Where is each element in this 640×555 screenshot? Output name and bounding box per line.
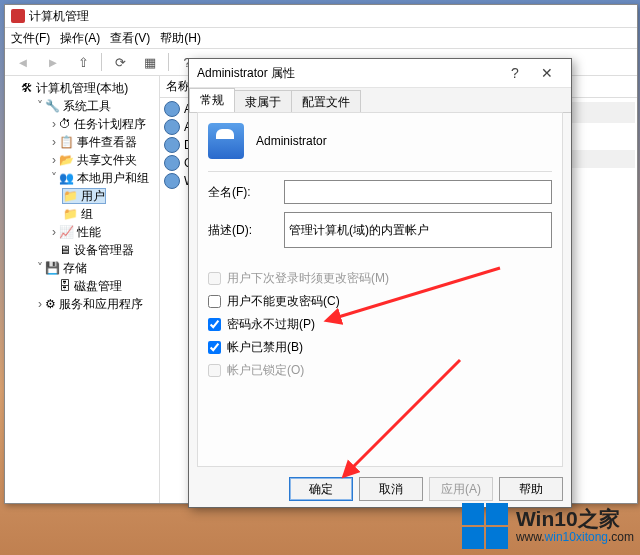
tree-device-manager[interactable]: 🖥 设备管理器 — [49, 241, 157, 259]
watermark: Win10之家 www.win10xitong.com — [462, 503, 634, 549]
help-button-dialog[interactable]: 帮助 — [499, 477, 563, 501]
dialog-title: Administrator 属性 — [197, 65, 295, 82]
checkbox-pw-never-expires[interactable]: 密码永不过期(P) — [208, 316, 552, 333]
back-button[interactable]: ◄ — [11, 51, 35, 73]
close-button[interactable]: ✕ — [531, 62, 563, 84]
toolbar-separator — [168, 53, 169, 71]
dialog-titlebar[interactable]: Administrator 属性 ? ✕ — [189, 59, 571, 88]
properties-button[interactable]: ▦ — [138, 51, 162, 73]
checkbox-account-disabled[interactable]: 帐户已禁用(B) — [208, 339, 552, 356]
description-label: 描述(D): — [208, 222, 284, 239]
tree-groups[interactable]: 📁 组 — [63, 205, 157, 223]
checkbox-change-pw-next-login: 用户下次登录时须更改密码(M) — [208, 270, 552, 287]
tree-event-viewer[interactable]: ›📋 事件查看器 — [49, 133, 157, 151]
watermark-title: Win10之家 — [516, 508, 634, 530]
cancel-button[interactable]: 取消 — [359, 477, 423, 501]
refresh-button[interactable]: ⟳ — [108, 51, 132, 73]
menu-file[interactable]: 文件(F) — [11, 30, 50, 47]
fullname-input[interactable] — [284, 180, 552, 204]
properties-dialog: Administrator 属性 ? ✕ 常规 隶属于 配置文件 Adminis… — [188, 58, 572, 508]
description-input[interactable] — [284, 212, 552, 248]
account-icon — [208, 123, 244, 159]
tree-shared-folders[interactable]: ›📂 共享文件夹 — [49, 151, 157, 169]
help-button[interactable]: ? — [499, 62, 531, 84]
apply-button[interactable]: 应用(A) — [429, 477, 493, 501]
ok-button[interactable]: 确定 — [289, 477, 353, 501]
dialog-buttons: 确定 取消 应用(A) 帮助 — [289, 477, 563, 501]
forward-button[interactable]: ► — [41, 51, 65, 73]
user-icon — [164, 137, 180, 153]
dialog-body: Administrator 全名(F): 描述(D): 用户下次登录时须更改密码… — [197, 112, 563, 467]
menubar: 文件(F) 操作(A) 查看(V) 帮助(H) — [5, 28, 637, 49]
fullname-label: 全名(F): — [208, 184, 284, 201]
tab-general[interactable]: 常规 — [189, 88, 235, 112]
menu-view[interactable]: 查看(V) — [110, 30, 150, 47]
main-title: 计算机管理 — [29, 8, 89, 25]
tab-memberof[interactable]: 隶属于 — [234, 90, 292, 112]
dialog-tabs: 常规 隶属于 配置文件 — [189, 88, 571, 113]
app-icon — [11, 9, 25, 23]
user-icon — [164, 119, 180, 135]
tree-system-tools[interactable]: ˅🔧 系统工具 ›⏱ 任务计划程序 ›📋 事件查看器 ›📂 共享文件夹 ˅👥 本… — [35, 97, 157, 259]
checkbox-account-locked: 帐户已锁定(O) — [208, 362, 552, 379]
user-icon — [164, 155, 180, 171]
tree-disk-mgmt[interactable]: 🗄 磁盘管理 — [49, 277, 157, 295]
tree-storage[interactable]: ˅💾 存储 🗄 磁盘管理 — [35, 259, 157, 295]
nav-tree[interactable]: 🛠 计算机管理(本地) ˅🔧 系统工具 ›⏱ 任务计划程序 ›📋 事件查看器 ›… — [5, 75, 160, 503]
tab-profile[interactable]: 配置文件 — [291, 90, 361, 112]
user-icon — [164, 173, 180, 189]
up-button[interactable]: ⇧ — [71, 51, 95, 73]
tree-users[interactable]: 📁 用户 — [63, 187, 157, 205]
toolbar-separator — [101, 53, 102, 71]
main-titlebar[interactable]: 计算机管理 — [5, 5, 637, 28]
account-name: Administrator — [256, 134, 327, 148]
menu-help[interactable]: 帮助(H) — [160, 30, 201, 47]
tree-local-users[interactable]: ˅👥 本地用户和组 📁 用户 📁 组 — [49, 169, 157, 223]
tree-performance[interactable]: ›📈 性能 — [49, 223, 157, 241]
windows-logo-icon — [462, 503, 508, 549]
checkbox-cannot-change-pw[interactable]: 用户不能更改密码(C) — [208, 293, 552, 310]
tree-root[interactable]: 🛠 计算机管理(本地) ˅🔧 系统工具 ›⏱ 任务计划程序 ›📋 事件查看器 ›… — [21, 79, 157, 313]
watermark-url: www.win10xitong.com — [516, 530, 634, 544]
tree-task-scheduler[interactable]: ›⏱ 任务计划程序 — [49, 115, 157, 133]
user-icon — [164, 101, 180, 117]
menu-action[interactable]: 操作(A) — [60, 30, 100, 47]
tree-services[interactable]: ›⚙ 服务和应用程序 — [35, 295, 157, 313]
